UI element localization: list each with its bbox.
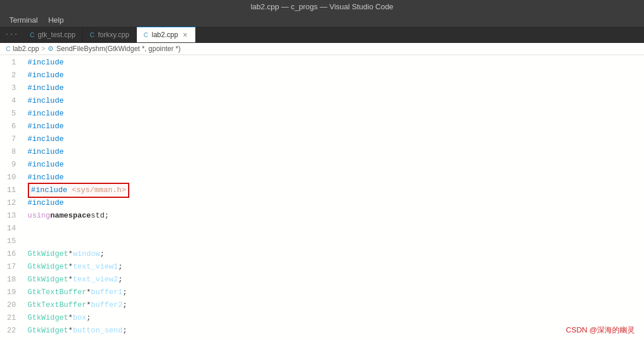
- code-line: #include: [28, 69, 644, 82]
- line-number: 5: [7, 107, 16, 120]
- code-line: #include <sys/mman.h>: [28, 184, 644, 197]
- tab-label-2: forkxy.cpp: [98, 31, 129, 39]
- code-line: #include: [28, 171, 644, 184]
- code-line: GtkWidget *button_send;: [28, 324, 644, 337]
- line-number: 16: [7, 248, 16, 261]
- code-line: #include: [28, 56, 644, 69]
- line-number: 11: [7, 184, 16, 197]
- breadcrumb-symbol[interactable]: SendFileByshm(GtkWidget *, gpointer *): [56, 45, 180, 53]
- line-number: 9: [7, 158, 16, 171]
- code-line: [28, 235, 644, 248]
- code-line: #include: [28, 82, 644, 95]
- code-line: #include: [28, 197, 644, 209]
- tab-icon-2: C: [90, 31, 94, 38]
- line-number: 2: [7, 69, 16, 82]
- breadcrumb-sep: >: [41, 45, 45, 53]
- menu-bar: Terminal Help: [0, 13, 644, 27]
- title-bar: lab2.cpp — c_progs — Visual Studio Code: [0, 0, 644, 13]
- code-line: #include: [28, 133, 644, 146]
- menu-terminal[interactable]: Terminal: [5, 15, 42, 26]
- code-line: GtkTextBuffer *buffer1;: [28, 286, 644, 299]
- line-number: 17: [7, 261, 16, 273]
- code-line: GtkWidget *text_view2;: [28, 273, 644, 286]
- line-number: 12: [7, 197, 16, 209]
- code-line: GtkWidget *window;: [28, 248, 644, 261]
- code-line: [28, 222, 644, 235]
- code-line: #include: [28, 120, 644, 133]
- code-line: GtkWidget *box;: [28, 312, 644, 324]
- line-number: 15: [7, 235, 16, 248]
- title-text: lab2.cpp — c_progs — Visual Studio Code: [250, 2, 393, 11]
- code-line: #include: [28, 146, 644, 158]
- breadcrumb-file[interactable]: lab2.cpp: [13, 45, 39, 53]
- tab-label-3: lab2.cpp: [152, 31, 178, 39]
- line-number: 14: [7, 222, 16, 235]
- editor-area: 12345678910111213141516171819202122 #inc…: [0, 55, 644, 340]
- line-number: 8: [7, 146, 16, 158]
- tab-overflow[interactable]: ···: [0, 27, 23, 42]
- tab-icon-1: C: [30, 31, 34, 38]
- code-line: using namespace std;: [28, 209, 644, 222]
- line-number: 4: [7, 95, 16, 107]
- menu-help[interactable]: Help: [43, 15, 68, 26]
- line-number: 20: [7, 299, 16, 312]
- code-line: #include: [28, 107, 644, 120]
- code-line: GtkWidget *text_view1;: [28, 261, 644, 273]
- tab-bar: ··· C gtk_test.cpp C forkxy.cpp C lab2.c…: [0, 27, 644, 43]
- line-number: 18: [7, 273, 16, 286]
- tab-forkxy[interactable]: C forkxy.cpp: [83, 27, 137, 42]
- line-number: 1: [7, 56, 16, 69]
- tab-lab2[interactable]: C lab2.cpp ×: [137, 27, 197, 42]
- tab-icon-3: C: [144, 31, 148, 38]
- code-line: #include: [28, 95, 644, 107]
- code-line: GtkTextBuffer *buffer2;: [28, 299, 644, 312]
- code-content[interactable]: #include#include#include#include#include…: [23, 55, 644, 340]
- line-number: 19: [7, 286, 16, 299]
- line-number: 22: [7, 324, 16, 337]
- watermark: CSDN @深海的幽灵: [566, 324, 635, 337]
- line-number: 3: [7, 82, 16, 95]
- line-numbers: 12345678910111213141516171819202122: [0, 55, 23, 340]
- line-number: 6: [7, 120, 16, 133]
- tab-label-1: gtk_test.cpp: [38, 31, 75, 39]
- breadcrumb: C lab2.cpp > ⚙ SendFileByshm(GtkWidget *…: [0, 43, 644, 55]
- line-number: 10: [7, 171, 16, 184]
- line-number: 13: [7, 209, 16, 222]
- line-number: 21: [7, 312, 16, 324]
- line-number: 7: [7, 133, 16, 146]
- breadcrumb-file-icon: C: [6, 45, 10, 52]
- breadcrumb-symbol-icon: ⚙: [48, 45, 54, 53]
- tab-gtk-test[interactable]: C gtk_test.cpp: [23, 27, 83, 42]
- tab-close-button[interactable]: ×: [181, 31, 188, 39]
- code-line: #include: [28, 158, 644, 171]
